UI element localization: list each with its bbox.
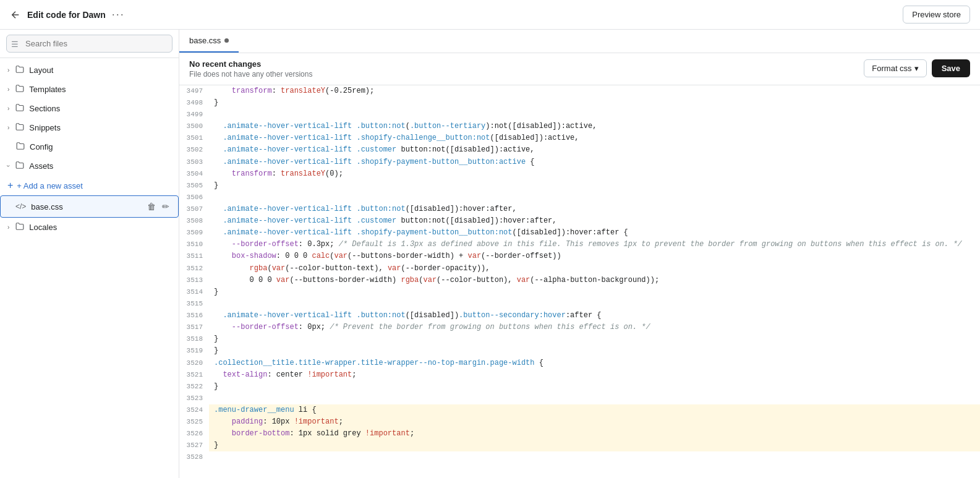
sidebar-item-locales[interactable]: › Locales [0, 218, 179, 237]
sidebar-item-snippets-label: Snippets [29, 123, 61, 132]
folder-icon [15, 84, 24, 95]
line-code[interactable]: } [209, 97, 980, 109]
line-number: 3501 [179, 132, 209, 144]
notification-content: No recent changes File does not have any… [189, 59, 312, 79]
line-code[interactable]: --border-offset: 0px; /* Prevent the bor… [209, 322, 980, 333]
sidebar-search-area: ☰ [0, 30, 179, 58]
line-code[interactable]: } [209, 333, 980, 345]
line-code[interactable]: .animate--hover-vertical-lift .customer … [209, 215, 980, 227]
table-row: 3519} [179, 345, 980, 357]
line-code[interactable] [209, 192, 980, 203]
table-row: 3507 .animate--hover-vertical-lift .butt… [179, 203, 980, 215]
table-row: 3510 --border-offset: 0.3px; /* Default … [179, 239, 980, 250]
sidebar-item-templates[interactable]: › Templates [0, 80, 179, 99]
line-code[interactable]: --border-offset: 0.3px; /* Default is 1.… [209, 239, 980, 250]
line-code[interactable]: padding: 10px !important; [209, 416, 980, 428]
line-code[interactable]: .menu-drawer__menu li { [209, 404, 980, 416]
line-code[interactable]: 0 0 0 var(--buttons-border-width) rgba(v… [209, 275, 980, 286]
line-number: 3506 [179, 192, 209, 203]
line-number: 3510 [179, 239, 209, 250]
sidebar-item-config[interactable]: Config [0, 137, 179, 156]
editor-area: base.css No recent changes File does not… [179, 30, 980, 478]
edit-file-button[interactable]: ✏ [161, 200, 171, 213]
file-name-label: base.css [31, 202, 141, 211]
table-row: 3517 --border-offset: 0px; /* Prevent th… [179, 322, 980, 333]
plus-icon: + [7, 180, 13, 191]
preview-store-button[interactable]: Preview store [903, 6, 970, 23]
more-options-button[interactable]: ··· [112, 8, 125, 21]
code-editor[interactable]: 3497 transform: translateY(-0.25rem);349… [179, 85, 980, 478]
sidebar-item-sections[interactable]: › Sections [0, 99, 179, 118]
line-code[interactable]: } [209, 286, 980, 298]
search-icon: ☰ [11, 39, 19, 48]
line-number: 3528 [179, 451, 209, 463]
chevron-right-icon: › [7, 86, 9, 93]
line-code[interactable] [209, 393, 980, 404]
format-css-button[interactable]: Format css ▾ [864, 59, 926, 77]
line-code[interactable]: .animate--hover-vertical-lift .shopify-p… [209, 156, 980, 168]
file-item-base-css[interactable]: </> base.css 🗑 ✏ [0, 195, 179, 218]
line-number: 3523 [179, 393, 209, 404]
page-title: Edit code for Dawn [27, 10, 106, 20]
line-code[interactable] [209, 451, 980, 463]
line-code[interactable]: border-bottom: 1px solid grey !important… [209, 428, 980, 440]
line-number: 3499 [179, 109, 209, 121]
line-code[interactable]: .animate--hover-vertical-lift .button:no… [209, 310, 980, 322]
line-code[interactable]: } [209, 440, 980, 451]
line-number: 3520 [179, 357, 209, 369]
line-code[interactable]: .collection__title.title-wrapper.title-w… [209, 357, 980, 369]
sidebar-item-snippets[interactable]: › Snippets [0, 118, 179, 137]
line-number: 3522 [179, 381, 209, 393]
line-code[interactable] [209, 298, 980, 310]
line-code[interactable]: .animate--hover-vertical-lift .customer … [209, 144, 980, 156]
table-row: 3514} [179, 286, 980, 298]
sidebar-item-layout[interactable]: › Layout [0, 61, 179, 80]
line-code[interactable]: .animate--hover-vertical-lift .shopify-p… [209, 227, 980, 239]
notif-title: No recent changes [189, 59, 312, 69]
back-button[interactable] [10, 9, 21, 20]
table-row: 3504 transform: translateY(0); [179, 168, 980, 180]
file-item-actions: 🗑 ✏ [146, 200, 171, 213]
tab-base-css[interactable]: base.css [179, 30, 239, 53]
line-code[interactable]: .animate--hover-vertical-lift .shopify-c… [209, 132, 980, 144]
line-code[interactable]: } [209, 345, 980, 357]
line-number: 3527 [179, 440, 209, 451]
table-row: 3503 .animate--hover-vertical-lift .shop… [179, 156, 980, 168]
toolbar: Format css ▾ Save [864, 59, 970, 77]
line-code[interactable]: text-align: center !important; [209, 369, 980, 381]
line-number: 3507 [179, 203, 209, 215]
line-number: 3509 [179, 227, 209, 239]
line-number: 3500 [179, 121, 209, 132]
line-code[interactable]: box-shadow: 0 0 0 calc(var(--buttons-bor… [209, 250, 980, 262]
line-code[interactable]: .animate--hover-vertical-lift .button:no… [209, 121, 980, 132]
line-code[interactable]: transform: translateY(-0.25rem); [209, 85, 980, 97]
table-row: 3513 0 0 0 var(--buttons-border-width) r… [179, 275, 980, 286]
sidebar-item-locales-label: Locales [29, 223, 57, 232]
search-input[interactable] [6, 35, 173, 53]
sidebar-item-assets[interactable]: › Assets [0, 156, 179, 176]
line-number: 3511 [179, 250, 209, 262]
line-number: 3497 [179, 85, 209, 97]
line-code[interactable]: rgba(var(--color-button-text), var(--bor… [209, 263, 980, 275]
line-number: 3516 [179, 310, 209, 322]
chevron-right-icon: › [7, 124, 9, 131]
header-left: Edit code for Dawn ··· [10, 8, 125, 21]
dropdown-icon: ▾ [914, 64, 919, 73]
line-number: 3519 [179, 345, 209, 357]
line-code[interactable]: } [209, 180, 980, 192]
line-number: 3515 [179, 298, 209, 310]
table-row: 3525 padding: 10px !important; [179, 416, 980, 428]
add-asset-button[interactable]: + + Add a new asset [0, 176, 179, 195]
table-row: 3512 rgba(var(--color-button-text), var(… [179, 263, 980, 275]
line-code[interactable]: transform: translateY(0); [209, 168, 980, 180]
table-row: 3508 .animate--hover-vertical-lift .cust… [179, 215, 980, 227]
line-code[interactable]: .animate--hover-vertical-lift .button:no… [209, 203, 980, 215]
line-code[interactable] [209, 109, 980, 121]
line-code[interactable]: } [209, 381, 980, 393]
line-number: 3518 [179, 333, 209, 345]
table-row: 3497 transform: translateY(-0.25rem); [179, 85, 980, 97]
line-number: 3508 [179, 215, 209, 227]
line-number: 3504 [179, 168, 209, 180]
save-button[interactable]: Save [932, 59, 970, 77]
delete-file-button[interactable]: 🗑 [146, 200, 157, 213]
